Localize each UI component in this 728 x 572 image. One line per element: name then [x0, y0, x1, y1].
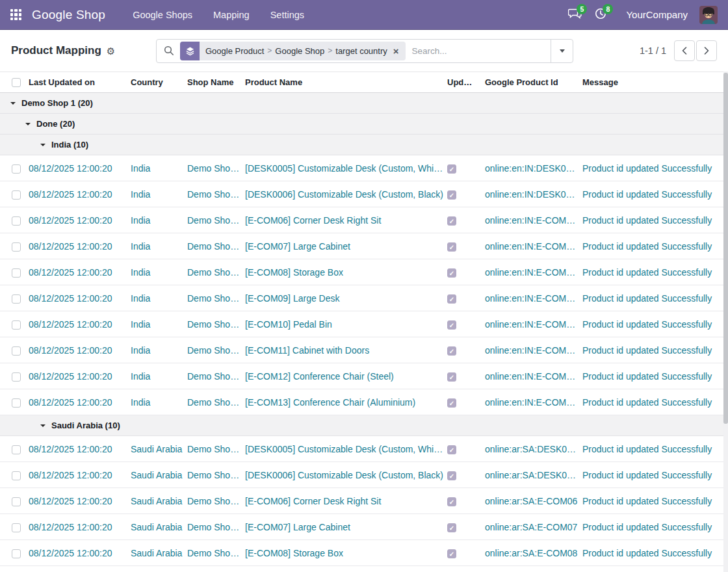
apps-grid-icon[interactable]	[10, 9, 21, 20]
cell-last-updated-on: 08/12/2025 12:00:20	[29, 522, 131, 532]
cell-last-updated-on: 08/12/2025 12:00:20	[29, 293, 131, 304]
updated-checkbox[interactable]: ✓	[447, 471, 456, 480]
menu-mapping[interactable]: Mapping	[205, 6, 257, 24]
company-name[interactable]: YourCompany	[626, 9, 688, 20]
cell-shop-name: Demo Sho…	[187, 444, 245, 454]
row-select-checkbox[interactable]	[12, 216, 21, 226]
table-row[interactable]: 08/12/2025 12:00:20Saudi ArabiaDemo Sho……	[0, 514, 728, 540]
column-header-google-product-id[interactable]: Google Product Id	[485, 77, 582, 87]
updated-checkbox[interactable]: ✓	[447, 372, 456, 382]
row-select-cell	[0, 292, 29, 303]
cell-shop-name: Demo Sho…	[187, 496, 245, 506]
row-select-checkbox[interactable]	[12, 242, 21, 252]
column-header-message[interactable]: Message	[582, 77, 728, 87]
cell-message: Product id updated Successfully	[582, 444, 728, 454]
cell-message: Product id updated Successfully	[582, 548, 728, 558]
column-header-shop-name[interactable]: Shop Name	[187, 77, 245, 87]
group-row[interactable]: Demo Shop 1 (20)	[0, 93, 728, 114]
cell-last-updated-on: 08/12/2025 12:00:20	[29, 548, 131, 558]
row-select-checkbox[interactable]	[12, 320, 21, 330]
table-row[interactable]: 08/12/2025 12:00:20IndiaDemo Sho…[E-COM1…	[0, 337, 728, 363]
table-row[interactable]: 08/12/2025 12:00:20Saudi ArabiaDemo Sho……	[0, 540, 728, 566]
group-row[interactable]: Done (20)	[0, 114, 728, 135]
updated-checkbox[interactable]: ✓	[447, 398, 456, 408]
cell-message: Product id updated Successfully	[582, 293, 728, 304]
updated-checkbox[interactable]: ✓	[447, 346, 456, 356]
updated-checkbox[interactable]: ✓	[447, 523, 456, 532]
row-select-checkbox[interactable]	[12, 398, 21, 408]
group-row[interactable]: India (10)	[0, 135, 728, 155]
updated-checkbox[interactable]: ✓	[447, 242, 456, 252]
row-select-checkbox[interactable]	[12, 523, 21, 532]
table-row[interactable]: 08/12/2025 12:00:20IndiaDemo Sho…[E-COM0…	[0, 259, 728, 285]
table-row[interactable]: 08/12/2025 12:00:20Saudi ArabiaDemo Sho……	[0, 488, 728, 514]
select-all-cell	[0, 77, 29, 88]
cell-updated: ✓	[447, 266, 485, 277]
search-input[interactable]	[406, 46, 551, 56]
table-row[interactable]: 08/12/2025 12:00:20IndiaDemo Sho…[E-COM0…	[0, 233, 728, 259]
row-select-checkbox[interactable]	[12, 268, 21, 278]
search-dropdown-toggle[interactable]	[551, 40, 573, 62]
updated-checkbox[interactable]: ✓	[447, 216, 456, 226]
cell-country: India	[131, 371, 187, 382]
table-row[interactable]: 08/12/2025 12:00:20IndiaDemo Sho…[DESK00…	[0, 155, 728, 181]
updated-checkbox[interactable]: ✓	[447, 320, 456, 330]
row-select-cell	[0, 547, 29, 558]
column-header-product-name[interactable]: Product Name	[245, 77, 447, 87]
cell-product-name: [E-COM10] Pedal Bin	[245, 319, 447, 330]
table-row[interactable]: 08/12/2025 12:00:20IndiaDemo Sho…[E-COM0…	[0, 207, 728, 233]
table-row[interactable]: 08/12/2025 12:00:20IndiaDemo Sho…[DESK00…	[0, 181, 728, 207]
updated-checkbox[interactable]: ✓	[447, 549, 456, 558]
facet-remove-icon[interactable]: ×	[391, 46, 402, 57]
activities-button[interactable]: 8	[591, 5, 610, 25]
cell-message: Product id updated Successfully	[582, 496, 728, 506]
table-row[interactable]: 08/12/2025 12:00:20Saudi ArabiaDemo Sho……	[0, 436, 728, 462]
menu-settings[interactable]: Settings	[263, 6, 312, 24]
row-select-checkbox[interactable]	[12, 549, 21, 558]
column-header-last-updated-on[interactable]: Last Updated on	[29, 77, 131, 87]
updated-checkbox[interactable]: ✓	[447, 445, 456, 454]
menu-google-shops[interactable]: Google Shops	[125, 6, 200, 24]
column-header-country[interactable]: Country	[131, 77, 187, 87]
table-row[interactable]: 08/12/2025 12:00:20IndiaDemo Sho…[E-COM1…	[0, 389, 728, 415]
updated-checkbox[interactable]: ✓	[447, 190, 456, 200]
messages-button[interactable]: 5	[565, 5, 584, 25]
row-select-checkbox[interactable]	[12, 190, 21, 200]
cell-message: Product id updated Successfully	[582, 345, 728, 356]
row-select-checkbox[interactable]	[12, 471, 21, 480]
cell-product-name: [DESK0005] Customizable Desk (Custom, Wh…	[245, 444, 447, 454]
table-row[interactable]: 08/12/2025 12:00:20IndiaDemo Sho…[E-COM1…	[0, 363, 728, 389]
column-header-updated[interactable]: Upd…	[447, 77, 485, 87]
group-row[interactable]: Saudi Arabia (10)	[0, 415, 728, 436]
caret-down-icon	[40, 144, 46, 146]
table-row[interactable]: 08/12/2025 12:00:20Saudi ArabiaDemo Sho……	[0, 462, 728, 488]
pager-value[interactable]: 1-1 / 1	[640, 46, 666, 56]
row-select-checkbox[interactable]	[12, 445, 21, 454]
cell-shop-name: Demo Sho…	[187, 319, 245, 330]
pager-previous-button[interactable]	[674, 40, 695, 61]
app-title[interactable]: Google Shop	[32, 8, 105, 22]
select-all-checkbox[interactable]	[12, 78, 21, 87]
updated-checkbox[interactable]: ✓	[447, 294, 456, 304]
row-select-cell	[0, 469, 29, 480]
cell-message: Product id updated Successfully	[582, 189, 728, 200]
scrollbar[interactable]	[723, 72, 728, 572]
table-row[interactable]: 08/12/2025 12:00:20IndiaDemo Sho…[E-COM0…	[0, 285, 728, 311]
updated-checkbox[interactable]: ✓	[447, 164, 456, 174]
pager-next-button[interactable]	[696, 40, 717, 61]
row-select-checkbox[interactable]	[12, 372, 21, 382]
scrollbar-thumb[interactable]	[723, 73, 728, 424]
row-select-checkbox[interactable]	[12, 346, 21, 356]
row-select-checkbox[interactable]	[12, 294, 21, 304]
search-facet-groupby[interactable]: Google Product > Google Shop > target co…	[180, 42, 406, 60]
updated-checkbox[interactable]: ✓	[447, 497, 456, 506]
table-row[interactable]: 08/12/2025 12:00:20IndiaDemo Sho…[E-COM1…	[0, 311, 728, 337]
row-select-checkbox[interactable]	[12, 497, 21, 506]
updated-checkbox[interactable]: ✓	[447, 268, 456, 278]
gear-icon[interactable]: ⚙	[107, 46, 115, 56]
cell-country: India	[131, 163, 187, 174]
control-panel: Product Mapping ⚙ Google Product > Googl…	[0, 30, 728, 72]
cell-product-name: [DESK0005] Customizable Desk (Custom, Wh…	[245, 163, 447, 174]
row-select-checkbox[interactable]	[12, 164, 21, 174]
user-avatar[interactable]	[699, 6, 718, 24]
